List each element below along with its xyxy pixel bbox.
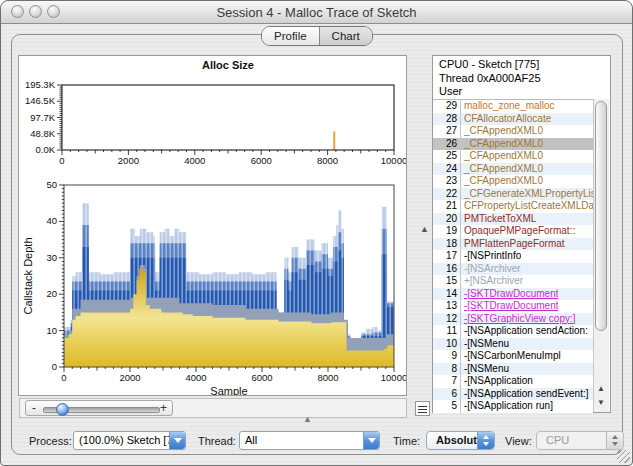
callstack-symbol: _CFAppendXML0 [460,150,543,163]
title-bar[interactable]: Session 4 - Malloc Trace of Sketch [1,1,632,24]
svg-text:10000: 10000 [381,372,406,383]
callstack-panel: CPU0 - Sketch [775] Thread 0xA000AF25 Us… [432,55,611,413]
process-label: Process: [29,435,72,447]
callstack-symbol: CFAllocatorAllocate [460,113,551,126]
callstack-row-number: 29 [433,100,457,113]
callstack-row-number: 14 [433,288,457,301]
callstack-row[interactable]: 14-[SKTDrawDocument [433,288,593,301]
zoom-out-label[interactable]: - [32,401,36,415]
callstack-row[interactable]: 15+[NSArchiver [433,275,593,288]
callstack-symbol: _CFAppendXML0 [460,175,543,188]
svg-text:50: 50 [46,179,57,190]
callstack-row[interactable]: 21CFPropertyListCreateXMLData [433,200,593,213]
callstack-symbol: _CFGenerateXMLPropertyListT [460,188,593,201]
callstack-row[interactable]: 7-[NSApplication [433,375,593,388]
callstack-row[interactable]: 26_CFAppendXML0 [433,138,593,151]
thread-value: All [245,434,257,446]
callstack-row[interactable]: 22_CFGenerateXMLPropertyListT [433,188,593,201]
callstack-row[interactable]: 24_CFAppendXML0 [433,163,593,176]
callstack-symbol: _CFAppendXML0 [460,163,543,176]
charts-canvas: Alloc Size0.0K48.8K97.7K146.5K195.3K0200… [19,56,406,395]
callstack-row-number: 23 [433,175,457,188]
thread-label: Thread: [198,435,236,447]
svg-text:2000: 2000 [119,372,140,383]
callstack-row[interactable]: 17-[NSPrintInfo [433,250,593,263]
svg-text:4000: 4000 [185,372,206,383]
callstack-symbol: _CFAppendXML0 [460,125,543,138]
callstack-row[interactable]: 6-[NSApplication sendEvent:] [433,388,593,401]
callstack-symbol: -[NSPrintInfo [460,250,521,263]
callstack-row-number: 17 [433,250,457,263]
callstack-symbol: PMFlattenPageFormat [460,238,565,251]
callstack-symbol: -[NSMenu [460,363,509,376]
zoom-in-label[interactable]: + [160,401,167,415]
drawer-handle-icon[interactable]: ▲ [303,415,312,424]
svg-text:2000: 2000 [118,155,139,166]
callstack-symbol: -[SKTGraphicView copy:] [460,313,576,326]
time-popup[interactable]: Absolute [426,431,495,450]
callstack-row-number: 15 [433,275,457,288]
callstack-row-number: 22 [433,188,457,201]
view-popup[interactable]: CPU [536,431,624,450]
time-value: Absolute [436,434,483,446]
zoom-slider-track[interactable] [43,407,160,413]
callstack-row-number: 12 [433,313,457,326]
callstack-row[interactable]: 11-[NSApplication sendAction: [433,325,593,338]
callstack-row[interactable]: 5-[NSApplication run] [433,400,593,413]
callstack-row[interactable]: 9-[NSCarbonMenuImpl [433,350,593,363]
svg-text:0.0K: 0.0K [35,144,55,155]
svg-text:97.7K: 97.7K [30,112,55,123]
svg-text:6000: 6000 [251,155,272,166]
resize-grip[interactable] [617,450,630,463]
callstack-row[interactable]: 29malloc_zone_malloc [433,100,593,113]
callstack-row[interactable]: 28CFAllocatorAllocate [433,113,593,126]
popup-stepper-icon[interactable] [477,432,494,449]
callstack-row[interactable]: 12-[SKTGraphicView copy:] [433,313,593,326]
callstack-row[interactable]: 19OpaquePMPageFormat:: [433,225,593,238]
callstack-symbol: -[NSCarbonMenuImpl [460,350,561,363]
callstack-row-number: 7 [433,375,457,388]
callstack-row-number: 26 [433,138,457,151]
list-view-button[interactable] [415,401,430,416]
callstack-symbol: OpaquePMPageFormat:: [460,225,575,238]
callstack-header: CPU0 - Sketch [775] Thread 0xA000AF25 Us… [439,58,541,99]
tab-control: Profile Chart [261,26,373,46]
callstack-row[interactable]: 10-[NSMenu [433,338,593,351]
callstack-row[interactable]: 23_CFAppendXML0 [433,175,593,188]
callstack-symbol: -[NSArchiver [460,263,521,276]
callstack-row[interactable]: 27_CFAppendXML0 [433,125,593,138]
tab-profile[interactable]: Profile [262,27,319,45]
combo-arrow-icon[interactable] [363,432,379,449]
scrollbar-thumb[interactable] [595,101,607,331]
time-label: Time: [393,435,420,447]
scroll-up-icon[interactable]: ▲ [594,382,608,396]
combo-arrow-icon[interactable] [169,432,185,449]
svg-text:0: 0 [52,361,57,372]
callstack-row-number: 28 [433,113,457,126]
callstack-row[interactable]: 20PMTicketToXML [433,213,593,226]
splitter-collapse-icon[interactable]: ▲ [420,225,429,234]
callstack-scrollbar[interactable]: ▲ ▼ [593,99,609,412]
thread-combo[interactable]: All [239,431,380,450]
process-combo[interactable]: (100.0%) Sketch [775] [73,431,186,450]
svg-text:Alloc Size: Alloc Size [202,59,254,71]
svg-text:146.5K: 146.5K [25,95,56,106]
callstack-list: 29malloc_zone_malloc28CFAllocatorAllocat… [433,99,593,413]
zoom-slider-thumb[interactable] [56,403,69,416]
popup-stepper-icon [606,432,623,449]
app-window: Session 4 - Malloc Trace of Sketch Profi… [0,0,633,466]
svg-text:10000: 10000 [381,155,406,166]
callstack-row[interactable]: 8-[NSMenu [433,363,593,376]
callstack-symbol: -[NSMenu [460,338,509,351]
scroll-down-icon[interactable]: ▼ [594,396,608,410]
tab-chart[interactable]: Chart [319,27,372,45]
callstack-row[interactable]: 18PMFlattenPageFormat [433,238,593,251]
callstack-row[interactable]: 25_CFAppendXML0 [433,150,593,163]
callstack-row-number: 11 [433,325,457,338]
window-title: Session 4 - Malloc Trace of Sketch [1,5,632,20]
svg-text:8000: 8000 [317,155,338,166]
callstack-row[interactable]: 16-[NSArchiver [433,263,593,276]
zoom-scroll-strip: - + [19,398,407,418]
callstack-row[interactable]: 13-[SKTDrawDocument [433,300,593,313]
callstack-symbol: _CFAppendXML0 [460,138,543,151]
